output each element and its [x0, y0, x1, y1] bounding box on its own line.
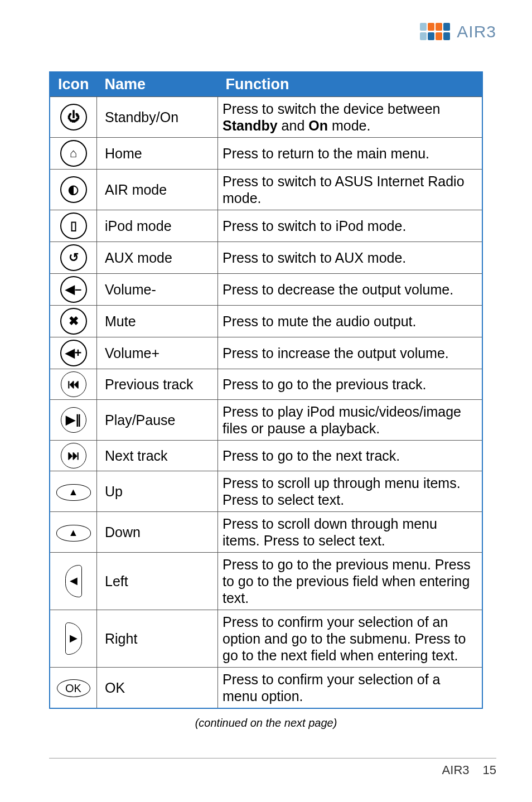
- icon-cell: ⏭: [50, 441, 97, 471]
- table-row: ▶RightPress to confirm your selection of…: [50, 610, 482, 668]
- table-row: ▲UpPress to scroll up through menu items…: [50, 471, 482, 512]
- table-row: ⏻Standby/OnPress to switch the device be…: [50, 97, 482, 138]
- down-icon: ▲: [56, 525, 91, 542]
- table-row: OKOKPress to confirm your selection of a…: [50, 668, 482, 709]
- function-cell: Press to switch to ASUS Internet Radio m…: [218, 170, 482, 210]
- table-row: ◐AIR modePress to switch to ASUS Interne…: [50, 170, 482, 210]
- icon-cell: ⏻: [50, 97, 97, 138]
- icon-cell: ⏮: [50, 369, 97, 400]
- function-cell: Press to return to the main menu.: [218, 138, 482, 170]
- table-row: ▲DownPress to scroll down through menu i…: [50, 512, 482, 553]
- next-track-icon: ⏭: [61, 443, 86, 468]
- name-cell: iPod mode: [97, 210, 218, 242]
- name-cell: Down: [97, 512, 218, 553]
- air-mode-icon: ◐: [60, 176, 87, 203]
- th-function: Function: [218, 72, 482, 97]
- icon-cell: ◀+: [50, 337, 97, 369]
- icon-cell: ▲: [50, 512, 97, 553]
- name-cell: Home: [97, 138, 218, 170]
- footer-model: AIR3: [442, 763, 470, 777]
- name-cell: Previous track: [97, 369, 218, 400]
- aux-icon: ↺: [60, 244, 87, 271]
- name-cell: AIR mode: [97, 170, 218, 210]
- icon-cell: ▯: [50, 210, 97, 242]
- up-icon: ▲: [56, 484, 91, 501]
- name-cell: Left: [97, 553, 218, 610]
- icon-cell: ◀: [50, 553, 97, 610]
- name-cell: Volume+: [97, 337, 218, 369]
- name-cell: Standby/On: [97, 97, 218, 138]
- table-row: ⏭Next trackPress to go to the next track…: [50, 441, 482, 471]
- function-cell: Press to play iPod music/videos/image fi…: [218, 400, 482, 441]
- name-cell: OK: [97, 668, 218, 709]
- icon-cell: ▶∥: [50, 400, 97, 441]
- icon-cell: ▲: [50, 471, 97, 512]
- name-cell: Up: [97, 471, 218, 512]
- function-cell: Press to scroll up through menu items. P…: [218, 471, 482, 512]
- icon-cell: ◐: [50, 170, 97, 210]
- th-name: Name: [97, 72, 218, 97]
- ok-icon: OK: [57, 679, 90, 697]
- icon-cell: ✖: [50, 306, 97, 337]
- vol-up-icon: ◀+: [60, 340, 87, 366]
- right-icon: ▶: [65, 622, 82, 655]
- name-cell: Volume-: [97, 274, 218, 306]
- name-cell: AUX mode: [97, 242, 218, 274]
- table-row: ◀+Volume+Press to increase the output vo…: [50, 337, 482, 369]
- brand-logo-icon: [420, 23, 451, 41]
- brand-name: AIR3: [457, 22, 496, 41]
- function-cell: Press to switch to iPod mode.: [218, 210, 482, 242]
- function-cell: Press to go to the previous track.: [218, 369, 482, 400]
- table-row: ▶∥Play/PausePress to play iPod music/vid…: [50, 400, 482, 441]
- function-cell: Press to scroll down through menu items.…: [218, 512, 482, 553]
- function-cell: Press to decrease the output volume.: [218, 274, 482, 306]
- table-row: ✖MutePress to mute the audio output.: [50, 306, 482, 337]
- power-icon: ⏻: [60, 104, 87, 131]
- name-cell: Mute: [97, 306, 218, 337]
- left-icon: ◀: [65, 565, 82, 597]
- icon-cell: OK: [50, 668, 97, 709]
- th-icon: Icon: [50, 72, 97, 97]
- table-row: ⌂HomePress to return to the main menu.: [50, 138, 482, 170]
- mute-icon: ✖: [60, 308, 87, 335]
- function-cell: Press to switch the device between Stand…: [218, 97, 482, 138]
- vol-down-icon: ◀–: [60, 276, 87, 303]
- table-row: ◀–Volume-Press to decrease the output vo…: [50, 274, 482, 306]
- name-cell: Next track: [97, 441, 218, 471]
- table-row: ⏮Previous trackPress to go to the previo…: [50, 369, 482, 400]
- prev-track-icon: ⏮: [61, 371, 86, 397]
- function-cell: Press to mute the audio output.: [218, 306, 482, 337]
- function-cell: Press to increase the output volume.: [218, 337, 482, 369]
- table-row: ▯iPod modePress to switch to iPod mode.: [50, 210, 482, 242]
- function-cell: Press to go to the previous menu. Press …: [218, 553, 482, 610]
- icon-cell: ▶: [50, 610, 97, 668]
- function-cell: Press to switch to AUX mode.: [218, 242, 482, 274]
- play-pause-icon: ▶∥: [61, 407, 86, 433]
- remote-functions-table: Icon Name Function ⏻Standby/OnPress to s…: [49, 71, 483, 709]
- icon-cell: ↺: [50, 242, 97, 274]
- table-row: ↺AUX modePress to switch to AUX mode.: [50, 242, 482, 274]
- name-cell: Right: [97, 610, 218, 668]
- ipod-icon: ▯: [60, 212, 87, 239]
- function-cell: Press to confirm your selection of a men…: [218, 668, 482, 709]
- icon-cell: ⌂: [50, 138, 97, 170]
- function-cell: Press to go to the next track.: [218, 441, 482, 471]
- page-footer: AIR3 15: [49, 758, 496, 777]
- continuation-note: (continued on the next page): [49, 717, 483, 729]
- home-icon: ⌂: [60, 140, 87, 167]
- footer-page: 15: [483, 763, 496, 777]
- function-cell: Press to confirm your selection of an op…: [218, 610, 482, 668]
- icon-cell: ◀–: [50, 274, 97, 306]
- brand-header: AIR3: [420, 22, 496, 41]
- name-cell: Play/Pause: [97, 400, 218, 441]
- table-row: ◀LeftPress to go to the previous menu. P…: [50, 553, 482, 610]
